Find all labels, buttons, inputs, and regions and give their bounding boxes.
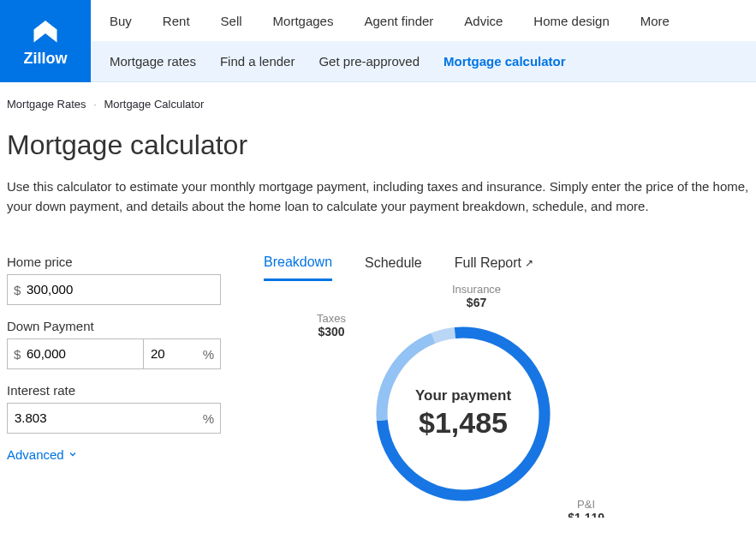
tab-full-report[interactable]: Full Report↗: [455, 255, 533, 279]
nav-item[interactable]: Buy: [110, 14, 132, 28]
breadcrumb-link[interactable]: Mortgage Rates: [7, 98, 86, 111]
breadcrumb: Mortgage Rates · Mortgage Calculator: [7, 98, 749, 111]
home-price-label: Home price: [7, 255, 221, 269]
chevron-down-icon: [68, 447, 78, 462]
segment-label-insurance: Insurance $67: [452, 283, 501, 309]
donut-center-label: Your payment: [415, 387, 511, 404]
calculator-form: Home price $ Down Payment $: [7, 255, 221, 511]
percent-icon: %: [203, 410, 214, 425]
tab-schedule[interactable]: Schedule: [365, 255, 422, 279]
down-payment-label: Down Payment: [7, 319, 221, 333]
nav-item[interactable]: More: [640, 14, 670, 28]
interest-rate-label: Interest rate: [7, 383, 221, 398]
payment-donut-chart: Your payment $1,485 P&I $1,119: [366, 317, 560, 511]
nav-item[interactable]: Mortgages: [273, 14, 334, 28]
percent-icon: %: [203, 346, 214, 361]
page-title: Mortgage calculator: [7, 129, 749, 161]
nav-item[interactable]: Sell: [221, 14, 242, 28]
donut-center-amount: $1,485: [419, 406, 508, 440]
home-price-input[interactable]: [7, 274, 221, 305]
tabs: BreakdownScheduleFull Report↗: [264, 255, 749, 281]
subnav-item[interactable]: Mortgage rates: [110, 54, 196, 69]
down-payment-input[interactable]: [7, 338, 144, 369]
tab-breakdown[interactable]: Breakdown: [264, 255, 332, 281]
subnav-item[interactable]: Mortgage calculator: [443, 54, 566, 69]
dollar-icon: $: [14, 346, 21, 361]
breadcrumb-separator: ·: [93, 98, 97, 111]
subnav-item[interactable]: Get pre-approved: [318, 54, 420, 69]
advanced-label: Advanced: [7, 447, 64, 462]
nav-item[interactable]: Advice: [464, 14, 503, 28]
advanced-toggle[interactable]: Advanced: [7, 447, 78, 462]
nav-item[interactable]: Rent: [163, 14, 190, 28]
segment-label-pi: P&I $1,119: [568, 498, 604, 518]
zillow-logo[interactable]: Zillow: [0, 0, 91, 82]
interest-rate-input[interactable]: [7, 403, 221, 434]
dollar-icon: $: [14, 282, 21, 296]
subnav-item[interactable]: Find a lender: [220, 54, 295, 69]
nav-item[interactable]: Home design: [533, 14, 609, 28]
external-link-icon: ↗: [525, 257, 533, 269]
intro-text: Use this calculator to estimate your mon…: [7, 177, 749, 217]
segment-label-taxes: Taxes $300: [317, 312, 346, 338]
nav-item[interactable]: Agent finder: [364, 14, 433, 28]
breadcrumb-link[interactable]: Mortgage Calculator: [104, 98, 204, 111]
